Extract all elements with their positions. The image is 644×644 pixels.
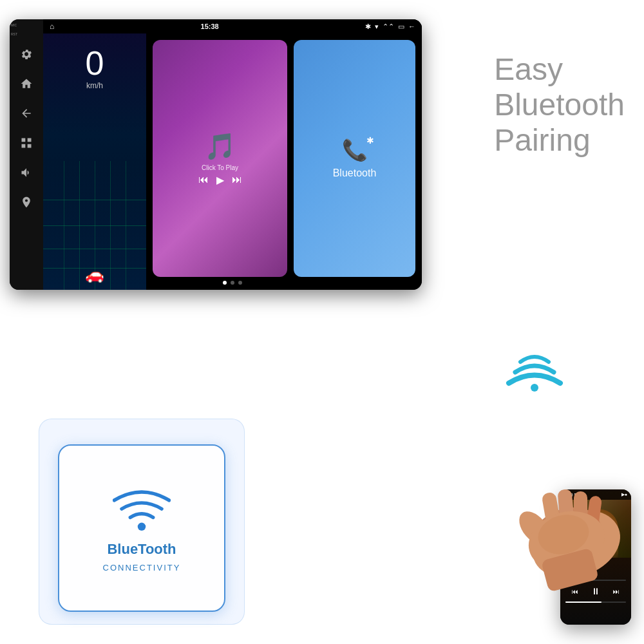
media-panels: 🎵 Click To Play ⏮ ▶ ⏭ — [146, 33, 422, 290]
phone-container: 4:09 PM ▶● Jimi Hendrix Purple Haze ⏮ ⏸ … — [483, 367, 631, 625]
stereo-screen: ⌂ 15:38 ✱ ▾ ⌃⌃ ▭ ← 0 km/h — [43, 19, 422, 290]
screen-content: 0 km/h 🚗 — [43, 33, 422, 290]
bluetooth-wifi-icon — [113, 484, 171, 536]
dot-1 — [223, 281, 227, 285]
easy-line: Easy — [494, 52, 625, 87]
sidebar-labels: MIC RST — [11, 23, 17, 36]
bluetooth-label: Bluetooth — [333, 167, 377, 179]
prev-button[interactable]: ⏮ — [198, 174, 209, 185]
mic-label: MIC — [11, 23, 17, 27]
right-text-block: Easy Bluetooth Pairing — [494, 52, 625, 158]
status-window-icon: ▭ — [398, 23, 404, 31]
car-stereo: MIC RST ⌂ — [10, 19, 422, 290]
music-panel[interactable]: 🎵 Click To Play ⏮ ▶ ⏭ — [153, 40, 287, 277]
music-controls: Click To Play ⏮ ▶ ⏭ — [159, 164, 281, 186]
easy-bt-title: Easy Bluetooth Pairing — [494, 52, 625, 158]
bt-phone-icon: 📞 ✱ — [342, 138, 368, 162]
volume-icon[interactable] — [17, 164, 35, 182]
status-icon: ⌂ — [50, 22, 54, 31]
bluetooth-box-subtitle: CONNECTIVITY — [103, 563, 181, 573]
home-icon[interactable] — [17, 75, 35, 93]
road-perspective: 🚗 — [43, 161, 146, 290]
pairing-line: Pairing — [494, 122, 625, 158]
navigation-icon[interactable] — [17, 193, 35, 211]
settings-icon[interactable] — [17, 45, 35, 63]
speed-display: 0 km/h — [43, 46, 146, 90]
status-bar-right: ✱ ▾ ⌃⌃ ▭ ← — [365, 23, 415, 31]
status-expand-icon: ⌃⌃ — [383, 23, 394, 31]
dot-indicator — [43, 281, 422, 285]
status-wifi-icon: ▾ — [375, 23, 379, 31]
speed-number: 0 — [43, 46, 146, 80]
status-back-icon: ← — [408, 23, 415, 30]
svg-point-0 — [138, 522, 146, 530]
stereo-sidebar: MIC RST — [10, 19, 43, 290]
bluetooth-box-title: BlueTooth — [107, 541, 176, 558]
bluetooth-connectivity-box: BlueTooth CONNECTIVITY — [58, 444, 225, 612]
bluetooth-line: Bluetooth — [494, 87, 625, 122]
status-time: 15:38 — [201, 23, 219, 30]
next-button[interactable]: ⏭ — [232, 174, 242, 185]
dot-2 — [231, 281, 234, 285]
grid-icon[interactable] — [17, 134, 35, 152]
status-bar-left: ⌂ — [50, 22, 54, 31]
bt-symbol: ✱ — [366, 135, 374, 146]
music-note-icon: 🎵 — [204, 131, 236, 162]
dot-3 — [238, 281, 242, 285]
bluetooth-panel[interactable]: 📞 ✱ Bluetooth — [294, 40, 415, 277]
play-button[interactable]: ▶ — [216, 174, 224, 186]
status-bar: ⌂ 15:38 ✱ ▾ ⌃⌃ ▭ ← — [43, 19, 422, 33]
speed-unit: km/h — [43, 81, 146, 90]
panels-row: 🎵 Click To Play ⏮ ▶ ⏭ — [153, 40, 415, 277]
back-icon[interactable] — [17, 104, 35, 122]
click-to-play-label: Click To Play — [202, 164, 238, 171]
rst-label: RST — [11, 32, 17, 36]
hand-svg — [483, 367, 631, 625]
status-bluetooth-icon: ✱ — [365, 23, 371, 31]
playback-controls: ⏮ ▶ ⏭ — [198, 174, 242, 186]
speed-panel: 0 km/h 🚗 — [43, 33, 146, 290]
